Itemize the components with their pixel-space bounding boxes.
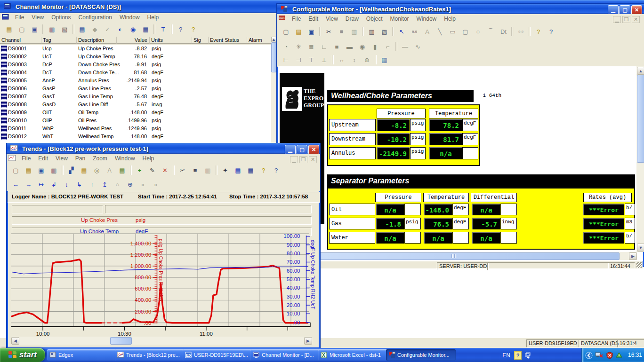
start-button[interactable]: start — [0, 348, 45, 362]
column-header-description[interactable]: Description — [77, 37, 117, 44]
menu-item-edit[interactable]: Edit — [305, 15, 322, 23]
panel-icon[interactable]: ■ — [331, 41, 343, 52]
pan-right-icon[interactable]: → — [23, 179, 34, 190]
cut-icon[interactable]: ✂ — [177, 165, 188, 176]
size-width-icon[interactable]: ↔ — [336, 54, 347, 65]
menu-item-edit[interactable]: Edit — [34, 154, 52, 163]
rectangle-icon[interactable]: ▭ — [447, 26, 459, 37]
new-file-icon[interactable]: ▢ — [280, 26, 292, 37]
grid-icon[interactable]: ▦ — [378, 54, 390, 65]
rounded-rectangle-icon[interactable]: ▢ — [459, 26, 471, 37]
updates-icon[interactable] — [615, 352, 622, 359]
menu-item-file[interactable]: File — [11, 13, 28, 22]
menu-item-pan[interactable]: Pan — [72, 154, 89, 163]
lamp-icon[interactable]: ◉ — [356, 41, 368, 52]
copy-icon[interactable]: ≡ — [336, 26, 347, 37]
legend-up-choke-temp[interactable]: Up Choke TempdegF — [12, 228, 312, 236]
choke-size-value[interactable]: 1 64th — [476, 91, 507, 100]
print-icon[interactable]: ▥ — [46, 24, 58, 35]
channel-table-vscrollbar[interactable]: ▲ — [271, 37, 276, 143]
refresh-c-icon[interactable]: ◐ — [114, 24, 126, 35]
align-left-icon[interactable]: ⊢ — [280, 54, 292, 65]
context-help-icon[interactable]: ? — [270, 165, 282, 176]
menu-item-help[interactable]: Help — [440, 15, 459, 23]
check-icon[interactable]: ✓ — [102, 24, 113, 35]
channel-row-DS0007[interactable]: DS0007GasTGas Line Temp76.48degF — [0, 93, 274, 101]
taskbar-clock[interactable]: 16:31 — [628, 352, 642, 358]
paste-icon[interactable]: ▥ — [348, 26, 360, 37]
save-icon[interactable]: ▣ — [306, 26, 317, 37]
channel-row-DS0003[interactable]: DS0003DcPDown Choke Pres-9.91psig — [0, 61, 274, 69]
align-top-icon[interactable]: ⊤ — [306, 54, 317, 65]
scroll-thumb[interactable] — [110, 337, 132, 345]
add-icon[interactable]: + — [134, 165, 145, 176]
minimize-button[interactable]: ▁ — [285, 145, 296, 154]
open-file-icon[interactable]: ▤ — [23, 165, 34, 176]
help-icon[interactable]: ? — [187, 24, 199, 35]
menu-item-view[interactable]: View — [52, 154, 72, 163]
trend-hscrollbar[interactable]: ◀ ▶ — [11, 337, 312, 345]
print-icon[interactable]: ▥ — [48, 165, 60, 176]
pan-up-end-icon[interactable]: ↥ — [99, 179, 111, 190]
print-icon[interactable]: ▥ — [366, 26, 378, 37]
bar-indicator-icon[interactable]: ▬ — [344, 41, 355, 52]
open-file-icon[interactable]: ▤ — [293, 26, 305, 37]
menu-item-file[interactable]: File — [288, 15, 305, 23]
arc-icon[interactable]: ⌒ — [485, 26, 497, 37]
center-object-icon[interactable]: ⊕ — [361, 54, 373, 65]
channel-row-DS0002[interactable]: DS0002UcTUp Choke Temp78.16degF — [0, 53, 274, 61]
ellipse-icon[interactable]: ○ — [472, 26, 484, 37]
open-folder-icon[interactable]: ▤ — [78, 165, 90, 176]
zoom-in-icon[interactable]: ⊕ — [124, 179, 136, 190]
diamond-icon[interactable]: ◆ — [89, 24, 101, 35]
page-prev-icon[interactable]: « — [137, 179, 149, 190]
save-icon[interactable]: ▣ — [29, 24, 40, 35]
network-disconnected-icon[interactable] — [595, 352, 602, 359]
notes-icon[interactable]: ▤ — [116, 165, 128, 176]
task-button-1[interactable]: Trends - [Block12 pre... — [115, 349, 185, 361]
canvas-vscrollbar[interactable]: ▲ ▼ — [636, 66, 644, 252]
menu-item-file[interactable]: File — [18, 154, 34, 163]
menu-item-zoom[interactable]: Zoom — [89, 154, 111, 163]
trends-titlebar[interactable]: Trends - [Block12 pre-work pressure test… — [7, 143, 320, 154]
print-preview-icon[interactable]: ▧ — [59, 24, 71, 35]
edit-icon[interactable]: ✎ — [146, 165, 158, 176]
delete-icon[interactable]: ✕ — [159, 165, 171, 176]
security-alert-shield-icon[interactable] — [606, 352, 613, 359]
menu-item-help[interactable]: Help — [144, 13, 163, 22]
pan-right-end-icon[interactable]: ↦ — [35, 179, 47, 190]
legend-up-choke-pres[interactable]: Up Choke Prespsig — [12, 216, 312, 225]
column-header-value[interactable]: Value — [117, 37, 150, 44]
align-right-icon[interactable]: ⊣ — [293, 54, 305, 65]
hide-icons-chevron-icon[interactable] — [585, 352, 592, 359]
numeric-display-icon[interactable]: 9.9 — [515, 26, 527, 37]
channel-row-DS0011[interactable]: DS0011WhPWellhead Pres-1249.96psig — [0, 125, 274, 133]
line-segment-icon[interactable]: ― — [399, 41, 411, 52]
pan-left-icon[interactable]: ← — [10, 179, 22, 190]
led-display-icon[interactable]: ≣ — [306, 41, 317, 52]
database-icon[interactable]: ◎ — [91, 165, 103, 176]
font-icon[interactable]: A — [104, 165, 115, 176]
channel-row-DS0008[interactable]: DS0008GasDGas Line Diff-5.67inwg — [0, 101, 274, 109]
scroll-left-icon[interactable]: ◀ — [11, 337, 19, 345]
language-bar[interactable]: EN ? — [502, 351, 531, 360]
legend-slot-empty-2[interactable] — [105, 205, 312, 213]
column-header-tag[interactable]: Tag — [41, 37, 77, 44]
column-header-channel[interactable]: Channel — [0, 37, 41, 44]
zoom-out-icon[interactable]: ○ — [112, 179, 123, 190]
scroll-right-icon[interactable]: ▶ — [629, 252, 637, 260]
maximize-button[interactable]: ▢ — [620, 5, 630, 14]
menu-item-configuration[interactable]: Configuration — [75, 13, 116, 22]
paste-icon[interactable]: ▥ — [202, 165, 214, 176]
on-off-switch-icon[interactable]: ⌐ — [382, 41, 394, 52]
configurable-monitor-titlebar[interactable]: Configurable Monitor - [WellheadandChoke… — [277, 4, 644, 14]
channel-row-DS0009[interactable]: DS0009OilTOil Temp-148.00degF — [0, 109, 274, 117]
menu-item-help[interactable]: Help — [139, 154, 158, 163]
channel-value-icon[interactable]: 9.9 — [409, 26, 420, 37]
grid-icon[interactable]: ▦ — [140, 24, 152, 35]
mdi-child-buttons[interactable]: ▁❐✕ — [613, 16, 640, 23]
scroll-up-icon[interactable]: ▲ — [271, 37, 276, 42]
channel-row-DS0012[interactable]: DS0012WhTWellhead Temp-148.00degF — [0, 133, 274, 141]
save-icon[interactable]: ▣ — [35, 165, 47, 176]
open-file-icon[interactable]: ▤ — [3, 24, 15, 35]
